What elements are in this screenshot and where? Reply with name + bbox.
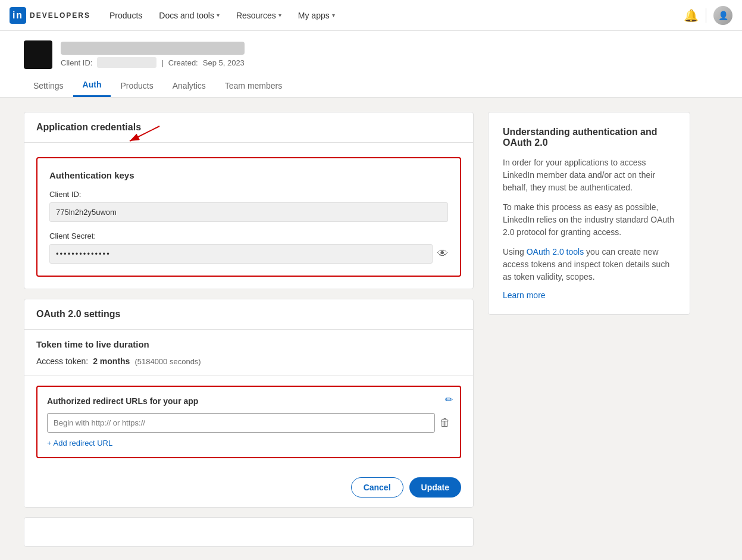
nav-resources[interactable]: Resources ▾ xyxy=(229,7,289,24)
client-id-label: Client ID: xyxy=(61,58,92,67)
app-name-block: Client ID: | Created: Sep 5, 2023 xyxy=(61,42,245,68)
token-section-title: Token time to live duration xyxy=(36,339,461,349)
right-info-panel: Understanding authentication and OAuth 2… xyxy=(488,112,690,315)
brand-link[interactable]: in DEVELOPERS xyxy=(10,7,90,24)
client-id-field-value: 775ln2h2y5uwom xyxy=(49,202,448,222)
created-value: Sep 5, 2023 xyxy=(203,58,245,67)
chevron-down-icon: ▾ xyxy=(278,12,281,18)
created-label: Created: xyxy=(168,58,198,67)
redirect-urls-section: Authorized redirect URLs for your app ✏ … xyxy=(24,376,473,468)
redirect-box: Authorized redirect URLs for your app ✏ … xyxy=(36,386,461,458)
cancel-button[interactable]: Cancel xyxy=(351,477,403,498)
nav-products[interactable]: Products xyxy=(102,7,149,24)
update-button[interactable]: Update xyxy=(409,477,461,498)
right-col: Understanding authentication and OAuth 2… xyxy=(488,112,690,547)
right-panel-para2: To make this process as easy as possible… xyxy=(503,201,675,239)
redirect-title: Authorized redirect URLs for your app xyxy=(47,396,450,406)
left-col: Application credentials Authentication k… xyxy=(24,112,474,547)
app-title-row: Client ID: | Created: Sep 5, 2023 xyxy=(24,40,718,69)
oauth-settings-header: OAuth 2.0 settings xyxy=(24,299,473,330)
nav-docs-tools[interactable]: Docs and tools ▾ xyxy=(152,7,227,24)
add-redirect-url-button[interactable]: + Add redirect URL xyxy=(47,439,112,448)
auth-keys-box: Authentication keys Client ID: 775ln2h2y… xyxy=(36,157,461,277)
app-credentials-card: Application credentials Authentication k… xyxy=(24,112,474,289)
client-id-field-label: Client ID: xyxy=(49,190,448,199)
app-meta: Client ID: | Created: Sep 5, 2023 xyxy=(61,57,245,68)
app-credentials-header: Application credentials xyxy=(24,112,473,143)
token-ttl-section: Token time to live duration Access token… xyxy=(24,330,473,376)
topnav-right: 🔔 👤 xyxy=(684,6,732,25)
secret-row: •••••••••••••• 👁 xyxy=(49,244,448,264)
nav-my-apps[interactable]: My apps ▾ xyxy=(291,7,342,24)
right-panel-para3: Using OAuth 2.0 tools you can create new… xyxy=(503,246,675,283)
avatar[interactable]: 👤 xyxy=(713,6,732,25)
access-token-label: Access token: xyxy=(36,356,88,366)
linkedin-icon: in xyxy=(10,7,26,24)
bottom-card-stub xyxy=(24,517,474,547)
action-row: Cancel Update xyxy=(24,468,473,507)
client-id-field-group: Client ID: 775ln2h2y5uwom xyxy=(49,190,448,222)
bell-icon[interactable]: 🔔 xyxy=(684,8,699,23)
topnav: in DEVELOPERS Products Docs and tools ▾ … xyxy=(0,0,742,31)
token-row: Access token: 2 months (5184000 seconds) xyxy=(36,356,461,366)
tab-team-members[interactable]: Team members xyxy=(215,74,292,97)
access-token-duration: 2 months xyxy=(93,356,130,366)
oauth-tools-link[interactable]: OAuth 2.0 tools xyxy=(527,247,584,256)
auth-keys-title: Authentication keys xyxy=(49,170,448,180)
client-id-value xyxy=(97,57,156,68)
right-panel-title: Understanding authentication and OAuth 2… xyxy=(503,127,675,148)
learn-more-link[interactable]: Learn more xyxy=(503,290,546,300)
delete-redirect-button[interactable]: 🗑 xyxy=(440,417,450,429)
app-credentials-body: Authentication keys Client ID: 775ln2h2y… xyxy=(24,143,473,289)
tab-auth[interactable]: Auth xyxy=(73,74,111,97)
brand-text: DEVELOPERS xyxy=(30,11,90,20)
tabs: Settings Auth Products Analytics Team me… xyxy=(24,74,718,97)
tab-analytics[interactable]: Analytics xyxy=(163,74,215,97)
app-logo xyxy=(24,40,52,69)
eye-icon[interactable]: 👁 xyxy=(437,248,448,260)
edit-pencil-button[interactable]: ✏ xyxy=(445,394,453,405)
client-secret-label: Client Secret: xyxy=(49,231,448,240)
nav-items: Products Docs and tools ▾ Resources ▾ My… xyxy=(102,7,684,24)
right-panel-para1: In order for your applications to access… xyxy=(503,157,675,194)
chevron-down-icon: ▾ xyxy=(217,12,220,18)
redirect-url-input[interactable] xyxy=(47,413,435,433)
tab-products[interactable]: Products xyxy=(111,74,162,97)
redirect-input-row: 🗑 xyxy=(47,413,450,433)
oauth-settings-card: OAuth 2.0 settings Token time to live du… xyxy=(24,299,474,508)
tab-settings[interactable]: Settings xyxy=(24,74,73,97)
client-secret-value: •••••••••••••• xyxy=(49,244,433,264)
client-secret-field-group: Client Secret: •••••••••••••• 👁 xyxy=(49,231,448,264)
app-header: Client ID: | Created: Sep 5, 2023 Settin… xyxy=(0,31,742,98)
access-token-seconds: (5184000 seconds) xyxy=(134,357,201,366)
chevron-down-icon: ▾ xyxy=(332,12,335,18)
main-content: Application credentials Authentication k… xyxy=(0,98,714,560)
nav-divider xyxy=(706,8,706,23)
meta-separator: | xyxy=(161,58,163,67)
app-name xyxy=(61,42,245,55)
